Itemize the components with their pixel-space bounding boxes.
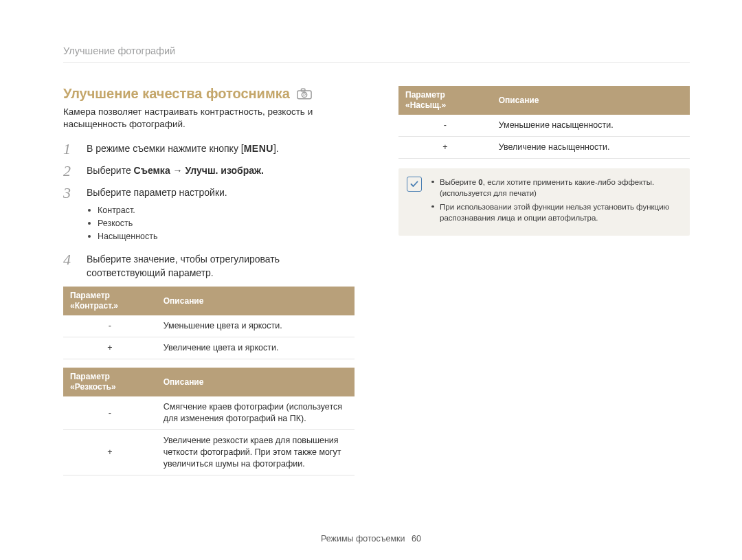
col-header-desc: Описание [157,368,355,396]
section-title: Улучшение качества фотоснимка P [63,86,355,102]
col-header-param: Параметр «Контраст.» [63,287,157,315]
param-desc: Увеличение резкости краев для повышения … [157,429,355,475]
step-number: 4 [63,252,76,267]
step-text: Выберите [87,165,134,176]
info-item: Выберите 0, если хотите применить какие-… [431,177,680,199]
info-text: При использовании этой функции нельзя ус… [440,203,669,222]
saturation-table: Параметр «Насыщ.» Описание - Уменьшение … [398,86,690,159]
page-number: 60 [412,534,421,544]
sharpness-table: Параметр «Резкость» Описание - Смягчение… [63,368,355,475]
section-title-text: Улучшение качества фотоснимка [63,86,290,102]
table-row: + Увеличение насыщенности. [398,136,690,158]
step-body: Выберите значение, чтобы отрегулировать … [87,252,355,280]
table-row: - Уменьшение насыщенности. [398,115,690,136]
breadcrumb: Улучшение фотографий [63,45,690,63]
svg-text:P: P [303,93,306,97]
param-key: + [63,429,157,475]
step-body: Выберите параметр настройки. Контраст. Р… [87,186,355,245]
param-desc: Смягчение краев фотографии (используется… [157,396,355,429]
sub-bullet-list: Контраст. Резкость Насыщенность [87,204,355,244]
param-desc: Увеличение цвета и яркости. [157,337,355,359]
param-desc: Уменьшение насыщенности. [492,115,690,136]
manual-page: Улучшение фотографий Улучшение качества … [0,0,742,560]
table-row: - Смягчение краев фотографии (использует… [63,396,355,429]
svg-rect-1 [301,89,305,91]
col-header-param: Параметр «Насыщ.» [398,86,492,115]
bullet-item: Резкость [88,217,355,230]
table-row: + Увеличение резкости краев для повышени… [63,429,355,475]
step-4: 4 Выберите значение, чтобы отрегулироват… [63,252,355,280]
step-text: В режиме съемки нажмите кнопку [ [87,143,244,154]
info-bullets: Выберите 0, если хотите применить какие-… [431,177,680,226]
param-key: + [63,337,157,359]
step-body: В режиме съемки нажмите кнопку [MENU]. [87,142,355,155]
param-key: - [63,396,157,429]
info-text: Выберите [440,178,478,186]
step-number: 3 [63,186,76,201]
menu-path: Съемка → Улучш. изображ. [134,165,264,176]
col-header-desc: Описание [492,86,690,115]
param-desc: Уменьшение цвета и яркости. [157,315,355,337]
step-2: 2 Выберите Съемка → Улучш. изображ. [63,164,355,179]
step-text-tail: ]. [273,143,279,154]
camera-icon: P [297,88,312,100]
step-3: 3 Выберите параметр настройки. Контраст.… [63,186,355,245]
info-box: Выберите 0, если хотите применить какие-… [398,168,690,236]
step-1: 1 В режиме съемки нажмите кнопку [MENU]. [63,142,355,157]
footer-section: Режимы фотосъемки [321,534,405,544]
step-body: Выберите Съемка → Улучш. изображ. [87,164,355,177]
col-header-desc: Описание [157,287,355,315]
breadcrumb-text: Улучшение фотографий [63,45,175,56]
intro-text: Камера позволяет настраивать контрастнос… [63,106,355,131]
step-list: 1 В режиме съемки нажмите кнопку [MENU].… [63,142,355,280]
info-icon [407,177,422,192]
contrast-table: Параметр «Контраст.» Описание - Уменьшен… [63,287,355,359]
step-number: 2 [63,164,76,179]
param-desc: Увеличение насыщенности. [492,136,690,158]
bullet-item: Контраст. [88,204,355,217]
page-footer: Режимы фотосъемки 60 [0,534,742,544]
param-key: - [63,315,157,337]
param-key: + [398,136,492,158]
table-row: - Уменьшение цвета и яркости. [63,315,355,337]
bullet-item: Насыщенность [88,230,355,243]
table-row: + Увеличение цвета и яркости. [63,337,355,359]
right-column: Параметр «Насыщ.» Описание - Уменьшение … [398,86,690,484]
menu-chip: MENU [244,142,273,155]
param-key: - [398,115,492,136]
col-header-param: Параметр «Резкость» [63,368,157,396]
step-number: 1 [63,142,76,157]
info-item: При использовании этой функции нельзя ус… [431,201,680,223]
step-text: Выберите значение, чтобы отрегулировать … [87,254,280,278]
content-columns: Улучшение качества фотоснимка P Камера п… [63,86,690,484]
left-column: Улучшение качества фотоснимка P Камера п… [63,86,355,484]
step-text: Выберите параметр настройки. [87,187,227,198]
